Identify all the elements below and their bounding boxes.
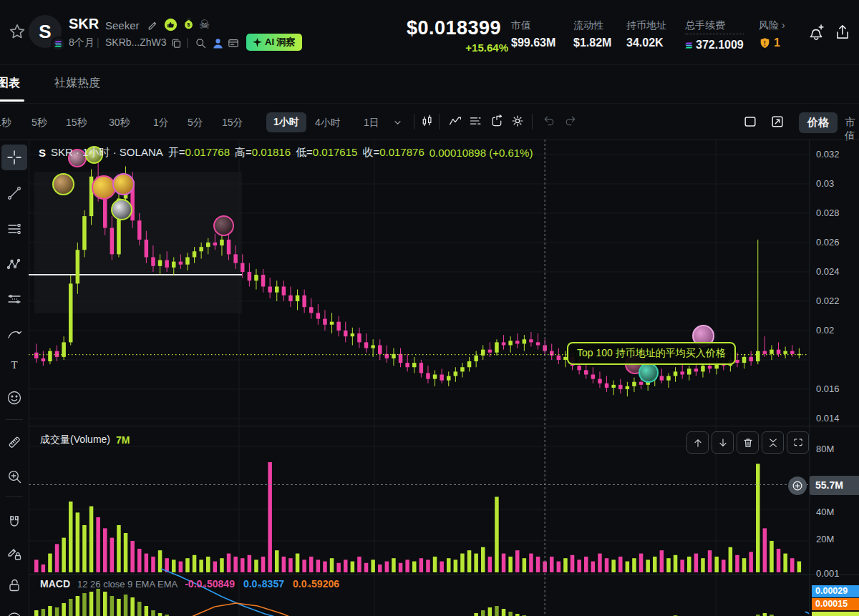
candle-style-icon[interactable] [421,114,434,127]
chain-badge-icon [51,36,66,52]
settings-gear-icon[interactable] [511,114,524,127]
macd-green-badge-sliver [812,612,859,616]
trader-avatar[interactable] [213,215,234,236]
tab-chart[interactable]: 图表 [0,76,20,91]
macd-axis-tick: 0.001 [816,568,840,580]
divider: | [186,36,189,48]
timeframe-5分[interactable]: 5分 [188,117,203,129]
trader-avatar[interactable] [639,363,659,383]
legend-高: 高=0.01816 [235,146,291,160]
sparkle-icon [253,38,262,47]
volume-tick: 20M [816,534,834,545]
stat-2: 持币地址34.02K [626,19,666,49]
timeframe-30秒[interactable]: 30秒 [109,117,130,129]
trader-avatar[interactable] [111,199,132,220]
thumbs-up-icon[interactable] [164,18,178,31]
volume-tick: 40M [816,507,834,518]
timeframe-1分[interactable]: 1分 [153,117,169,129]
xabcd-pattern-tool-icon[interactable] [1,252,27,278]
legend-收: 收=0.017876 [362,146,424,160]
indicator-templates-icon[interactable] [469,114,482,127]
magnet-tool-icon[interactable] [1,509,27,535]
move-up-button[interactable] [686,431,709,454]
price-axis[interactable]: 0.01839 0.01836 15.59M 0.001 0.00029 0.0… [809,140,859,616]
stat-label: 流动性 [573,19,611,32]
divider: | [97,36,100,48]
share-icon[interactable] [834,24,851,41]
macd-title[interactable]: MACD [40,578,70,590]
lock-tool-icon[interactable] [1,572,27,598]
token-address[interactable]: SKRb...ZhW3 [105,36,167,48]
edit-icon[interactable] [147,19,159,31]
price-change: +15.64% [407,41,508,54]
collapse-button[interactable] [762,431,784,454]
timeframe-5秒[interactable]: 5秒 [31,117,47,129]
holder-icon[interactable] [212,37,224,49]
divider [0,103,859,104]
add-indicator-icon[interactable] [788,476,807,495]
divider [439,114,440,129]
macd-value-1: 0.0₅8357 [243,578,284,590]
money-bag-icon[interactable]: $ [182,17,195,31]
macd-params: 12 26 close 9 EMA EMA [77,579,178,590]
stat-value: 1 [759,36,785,49]
undo-icon[interactable] [543,114,555,127]
emoji-tool-icon[interactable] [1,385,27,411]
price-tick: 0.024 [816,266,840,278]
timeframe-1秒[interactable]: 1秒 [0,117,11,129]
parallel-channel-tool-icon[interactable] [1,216,27,242]
tab-social[interactable]: 社媒热度 [54,76,100,91]
divider [414,114,414,129]
indicators-icon[interactable] [449,114,462,127]
brush-tool-icon[interactable] [1,321,27,346]
divider [6,497,23,497]
trader-avatar[interactable] [112,173,135,195]
timeframe-15秒[interactable]: 15秒 [66,117,87,129]
trader-avatar[interactable] [52,173,74,195]
zoom-in-tool-icon[interactable] [1,464,27,489]
timeframe-4小时[interactable]: 4小时 [315,117,341,129]
copy-icon[interactable] [170,37,182,49]
mode-toggle-price[interactable]: 价格 [799,112,838,133]
token-age: 8个月 [69,36,94,49]
goto-date-icon[interactable] [490,114,503,127]
chevron-down-icon[interactable] [394,119,402,127]
timeframe-1日[interactable]: 1日 [364,117,379,129]
legend-title: SKR · 1小时 · SOLANA [51,146,163,160]
card-icon[interactable] [228,37,239,49]
stat-4: 风险 ›1 [759,19,785,49]
timeframe-1小时[interactable]: 1小时 [266,112,306,132]
search-icon[interactable] [195,37,206,49]
favorite-star-icon[interactable] [9,23,26,40]
ruler-tool-icon[interactable] [1,429,27,455]
snapshot-icon[interactable] [743,114,757,129]
redo-icon[interactable] [564,114,577,127]
macd-values: -0.0₄508490.0₅83570.0₄59206 [185,578,339,590]
hidden-circle-tool-icon[interactable] [1,605,27,616]
macd-value-2: 0.0₄59206 [293,578,339,590]
move-down-button[interactable] [712,431,734,454]
shield-icon [759,37,771,49]
delete-button[interactable] [737,431,759,454]
stat-label[interactable]: 风险 › [759,19,785,32]
restore-button[interactable] [787,431,809,454]
timeframe-15分[interactable]: 15分 [222,117,243,129]
macd-orange-badge: 0.00015 [812,598,859,610]
stat-value: $99.63M [511,36,555,49]
solana-icon [685,42,693,49]
crosshair-tool-icon[interactable] [1,145,27,170]
alert-add-icon[interactable] [807,24,825,41]
legend-logo: S [39,147,46,159]
long-position-tool-icon[interactable] [1,286,27,312]
chart-canvas[interactable] [29,140,809,616]
ai-insight-button[interactable]: AI 洞察 [246,34,302,51]
fullscreen-icon[interactable] [770,114,785,129]
price-tick: 0.03 [816,178,834,190]
trend-line-tool-icon[interactable] [1,180,27,206]
volume-title[interactable]: 成交量(Volume) [40,434,110,446]
tab-underline [0,99,24,102]
text-tool-icon[interactable]: T [1,352,27,378]
draw-lock-tool-icon[interactable] [1,541,27,567]
avg-price-tooltip: Top 100 持币地址的平均买入价格 [567,342,736,365]
stat-0: 市值$99.63M [511,19,555,49]
